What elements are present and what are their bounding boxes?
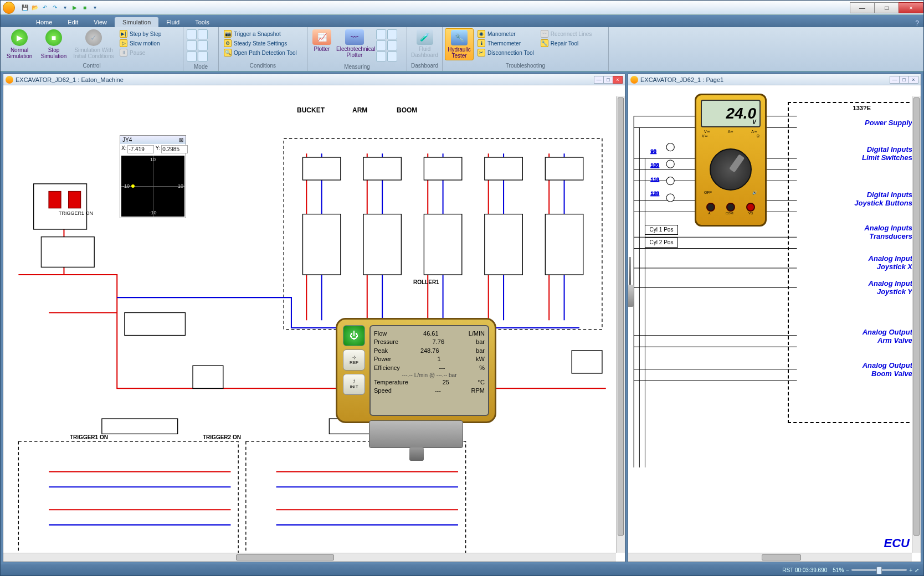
doc-title: EXCAVATOR_JD62_1 : Page1 [640, 76, 723, 83]
disconnect-icon: ✂ [478, 49, 485, 56]
jack-com[interactable] [726, 203, 735, 212]
open-path-button[interactable]: 🔍Open Path Detection Tool [222, 48, 299, 57]
pause-button[interactable]: ⏸Pause [118, 48, 163, 57]
multimeter-lcd: 24.0V [701, 100, 761, 127]
stop-simulation-button[interactable]: ■Stop Simulation [37, 28, 70, 60]
qat-save-icon[interactable]: 💾 [20, 3, 29, 12]
measuring-tools-grid[interactable] [375, 28, 398, 63]
normal-simulation-button[interactable]: ▶Normal Simulation [3, 28, 36, 60]
hydraulic-tester-button[interactable]: 🔧Hydraulic Tester [445, 28, 474, 60]
tab-fluid[interactable]: Fluid [158, 17, 187, 27]
status-bar: RST 00:03:39.690 51% − + ⤢ [1, 564, 923, 575]
doc-icon [630, 76, 638, 84]
window-minimize-button[interactable]: — [850, 2, 875, 13]
svg-rect-10 [302, 214, 340, 275]
doc-icon [6, 76, 13, 84]
slow-motion-button[interactable]: ▷Slow motion [118, 39, 163, 48]
help-icon[interactable]: ? [915, 19, 919, 27]
qat-stop-icon[interactable]: ■ [80, 3, 89, 12]
tab-simulation[interactable]: Simulation [115, 17, 158, 27]
right-v-scrollbar[interactable] [912, 96, 921, 553]
ecu-title: ECU [884, 536, 910, 551]
multimeter-dial[interactable] [710, 148, 752, 191]
zoom-level: 51% [833, 567, 844, 573]
ecu-analog-joyx: Analog Input Joystick X [851, 254, 912, 271]
manometer-button[interactable]: ◉Manometer [476, 29, 536, 38]
repair-button[interactable]: 🔧Repair Tool [539, 39, 594, 48]
zoom-in-button[interactable]: + [909, 567, 912, 573]
left-h-scrollbar[interactable] [3, 553, 616, 562]
hydraulic-schematic-canvas[interactable]: BUCKET ARM BOOM ROLLER1 TRIGGER1 ON TRIG… [3, 85, 625, 562]
zoom-out-button[interactable]: − [846, 567, 849, 573]
joystick-y-input[interactable] [161, 145, 188, 153]
joystick-dot[interactable] [131, 184, 135, 188]
window-close-button[interactable]: × [899, 2, 923, 13]
schematic-svg [3, 85, 625, 562]
et-plotter-button[interactable]: 〰Electrotechnical Plotter [335, 28, 374, 59]
pause-icon: ⏸ [120, 49, 127, 56]
doc-close-button[interactable]: × [613, 76, 623, 84]
step-by-step-button[interactable]: ▶|Step by Step [118, 29, 163, 38]
svg-rect-20 [49, 192, 61, 208]
trigger-snapshot-button[interactable]: 📷Trigger a Snapshot [222, 29, 299, 38]
svg-rect-15 [125, 312, 185, 335]
right-h-scrollbar[interactable] [628, 553, 912, 562]
qat-more-icon[interactable]: ▾ [90, 3, 99, 12]
doc-maximize-button[interactable]: □ [603, 76, 613, 84]
title-bar: 💾 📂 ↶ ↷ ▾ ▶ ■ ▾ — □ × [1, 1, 923, 15]
document-page1: EXCAVATOR_JD62_1 : Page1 — □ × 981081181… [628, 74, 921, 562]
qat-undo-icon[interactable]: ↶ [40, 3, 49, 12]
tab-tools[interactable]: Tools [187, 17, 217, 27]
left-v-scrollbar[interactable] [616, 96, 625, 553]
ribbon: ▶Normal Simulation ■Stop Simulation ✓Sim… [1, 27, 923, 71]
mode-buttons[interactable] [186, 28, 209, 63]
qat-open-icon[interactable]: 📂 [30, 3, 39, 12]
tab-view[interactable]: View [86, 17, 115, 27]
svg-rect-8 [485, 157, 522, 180]
joystick-plot[interactable]: 10 -10 10 -10 [121, 156, 184, 217]
sim-initial-button[interactable]: ✓Simulation With Initial Conditions [71, 28, 116, 60]
thermometer-button[interactable]: 🌡Thermometer [476, 39, 536, 48]
doc-maximize-button[interactable]: □ [899, 76, 909, 84]
electrical-schematic-canvas[interactable]: 98108118128 133?E Power Supply Digital I… [628, 85, 921, 562]
hydraulic-tester-panel[interactable]: ⏻ ⊹REF ⤴INIT Flow46.61L/MIN Pressure7.76… [336, 318, 496, 423]
svg-text:98: 98 [651, 148, 656, 154]
doc-close-button[interactable]: × [908, 76, 918, 84]
thermometer-icon: 🌡 [478, 39, 485, 47]
bucket-label: BUCKET [297, 106, 325, 114]
disconnection-button[interactable]: ✂Disconnection Tool [476, 48, 536, 57]
qat-dropdown-icon[interactable]: ▾ [60, 3, 69, 12]
doc-minimize-button[interactable]: — [890, 76, 900, 84]
multimeter[interactable]: 24.0V V≂A≂A≃ V≃Ω OFF🔊 ACOMVΩ [695, 94, 767, 227]
plotter-button[interactable]: 📈Plotter [310, 28, 334, 53]
tester-init-button[interactable]: ⤴INIT [343, 374, 365, 395]
steady-state-button[interactable]: ⚙Steady State Settings [222, 39, 299, 48]
tab-home[interactable]: Home [28, 17, 60, 27]
ecu-power-supply: Power Supply [851, 119, 912, 127]
svg-text:118: 118 [651, 177, 659, 182]
jack-a[interactable] [706, 203, 715, 212]
tester-power-button[interactable]: ⏻ [343, 325, 365, 346]
qat-redo-icon[interactable]: ↷ [50, 3, 59, 12]
svg-text:108: 108 [651, 162, 659, 168]
joystick-panel[interactable]: JY4⊠ X: Y: 10 -10 10 -10 [120, 135, 186, 218]
qat-play-icon[interactable]: ▶ [70, 3, 79, 12]
window-maximize-button[interactable]: □ [874, 2, 899, 13]
arm-label: ARM [352, 106, 367, 114]
ecu-analog-joyy: Analog Input Joystick Y [851, 279, 912, 296]
steady-icon: ⚙ [224, 39, 232, 47]
probe-icon[interactable] [628, 257, 634, 323]
et-plotter-icon: 〰 [345, 29, 364, 45]
jack-v[interactable] [746, 203, 755, 212]
fluid-dashboard-button[interactable]: 🧪Fluid Dashboard [409, 28, 440, 59]
reconnect-button[interactable]: 〰Reconnect Lines [539, 29, 594, 38]
zoom-slider[interactable] [851, 569, 907, 571]
group-control-label: Control [3, 61, 181, 70]
tab-edit[interactable]: Edit [60, 17, 86, 27]
doc-minimize-button[interactable]: — [594, 76, 604, 84]
ecu-top-label: 133?E [853, 105, 871, 111]
tester-ref-button[interactable]: ⊹REF [343, 349, 365, 371]
joystick-close-icon[interactable]: ⊠ [179, 137, 183, 143]
joystick-x-input[interactable] [127, 145, 154, 153]
zoom-fit-button[interactable]: ⤢ [915, 567, 919, 573]
